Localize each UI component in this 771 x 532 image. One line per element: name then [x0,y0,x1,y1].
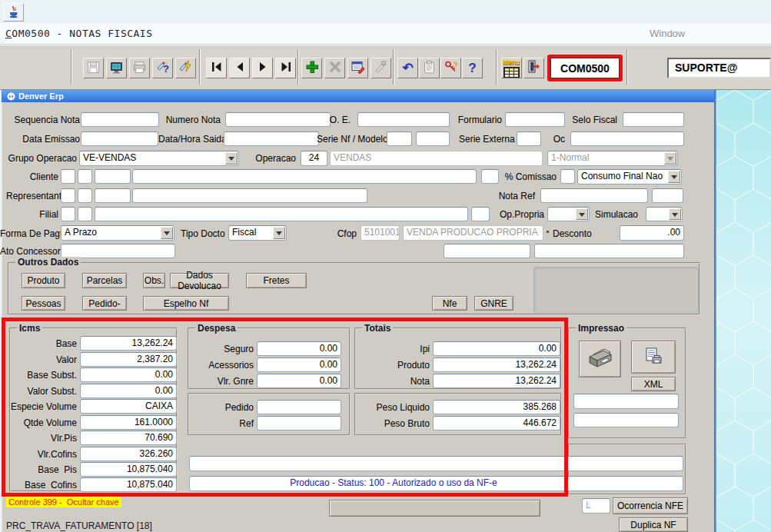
base-pis-field[interactable]: 10,875.040 [80,462,177,477]
obs-button[interactable]: Obs. [143,273,165,288]
consumo-final-select[interactable]: Consumo Final Nao [577,169,682,185]
cliente-cod3-field[interactable] [95,169,131,184]
mensagem-field[interactable] [189,456,683,471]
cliente-cod2-field[interactable] [78,169,92,184]
icms-base-subst-field[interactable]: 0.00 [80,367,177,382]
desconto-field[interactable]: .00 [620,225,684,241]
nota-ref-field[interactable] [540,188,648,203]
espelho-nf-button[interactable]: Espelho Nf [143,296,229,311]
representante-cod1-field[interactable] [61,188,75,203]
aux-field-1[interactable] [444,244,530,258]
gnre-button[interactable]: GNRE [474,296,513,311]
menu-button[interactable]: Menu [501,58,522,78]
bottom-wide-button[interactable] [329,500,540,517]
pedido-button[interactable]: Pedido- [82,296,127,311]
simulacao-select[interactable] [646,207,683,221]
operacao-codigo-field[interactable]: 24 [301,151,327,166]
formulario-field[interactable] [505,112,565,127]
java-app-button[interactable] [3,3,24,22]
oc-field[interactable] [570,131,684,146]
exit-button[interactable] [523,58,544,78]
total-nota-field[interactable]: 13,262.24 [433,374,560,388]
imprimir-danfe-button[interactable] [631,341,676,374]
last-record-button[interactable] [275,58,296,78]
especie-volume-field[interactable]: CAIXA [80,399,177,414]
nfe-button[interactable]: Nfe [432,296,467,311]
sequencia-nota-label: Sequencia Nota [11,115,80,125]
first-record-button[interactable] [206,58,227,78]
representante-cod2-field[interactable] [78,188,92,203]
modelo-field[interactable] [416,131,450,146]
query-form-button[interactable] [347,58,368,78]
grupo-operacao-select[interactable]: VE-VENDAS [79,151,239,166]
filial-label: Filial [22,209,58,220]
cliente-cod1-field[interactable] [61,169,75,184]
peso-bruto-field[interactable]: 446.672 [433,416,560,431]
impressao-field-2[interactable] [573,413,679,427]
icms-valor-subst-field[interactable]: 0.00 [80,384,177,398]
l-flag-field[interactable]: L [582,498,610,514]
keys-button[interactable] [440,58,461,78]
previous-record-button[interactable] [229,58,250,78]
fretes-button[interactable]: Fretes [246,273,307,288]
sequencia-nota-field[interactable] [81,112,159,127]
cliente-nome-field[interactable] [132,169,477,184]
imprimir-nota-button[interactable] [579,341,621,377]
window-menu[interactable]: Window [650,28,685,39]
pessoas-button[interactable]: Pessoas [22,296,65,311]
aux-field-2[interactable] [534,244,684,258]
acessorios-field[interactable]: 0.00 [257,357,341,372]
xml-button[interactable]: XML [631,377,676,391]
vlr-gnre-field[interactable]: 0.00 [257,374,341,388]
produto-button[interactable]: Produto [22,273,65,288]
selo-fiscal-field[interactable] [623,112,684,127]
ipi-field[interactable]: 0.00 [433,341,560,356]
ocorrencia-nfe-button[interactable]: Ocorrencia NFE [613,497,688,514]
filial-suffix-field[interactable] [471,207,490,221]
forma-pagto-select[interactable]: A Prazo [61,225,174,241]
filial-cod1-field[interactable] [61,207,75,221]
op-propria-select[interactable] [547,207,590,221]
nota-ref-serie-field[interactable] [652,188,683,203]
pedido-field[interactable] [257,400,341,414]
icms-base-field[interactable]: 13,262.24 [80,336,177,351]
module-code-badge: COM0500 [550,58,620,78]
base-cofins-field[interactable]: 10,875.040 [80,477,177,492]
vlr-pis-field[interactable]: 70.690 [80,431,177,445]
totais-title: Totais [362,323,393,334]
serie-nf-field[interactable] [387,131,412,146]
next-record-button[interactable] [252,58,273,78]
numero-nota-field[interactable] [225,112,331,127]
data-emissao-field[interactable] [81,131,158,146]
peso-liquido-field[interactable]: 385.268 [433,400,560,414]
peso-bruto-label: Peso Bruto [344,418,430,429]
serie-externa-field[interactable] [517,131,541,146]
module-menu[interactable]: COM0500 - NOTAS FISCAIS [5,28,153,39]
qtde-volume-field[interactable]: 161.0000 [80,415,177,430]
user-session-field[interactable]: SUPORTE@ [667,58,771,78]
ref-field[interactable] [257,416,341,431]
undo-button[interactable]: ↶ [397,58,418,78]
representante-cod3-field[interactable] [95,188,131,203]
filial-cod2-field[interactable] [78,207,92,221]
duplica-nf-button[interactable]: Duplica NF [619,517,688,532]
pct-comissao-field[interactable] [560,169,575,184]
vlr-cofins-field[interactable]: 326.260 [80,447,177,461]
help-button[interactable]: ? [462,58,483,78]
execute-query-button[interactable] [175,58,196,78]
cliente-suffix-field[interactable] [481,169,499,184]
parcelas-button[interactable]: Parcelas [82,273,127,288]
data-hora-saida-field[interactable] [224,131,319,146]
insert-record-button[interactable] [301,58,322,78]
representante-nome-field[interactable] [132,188,367,203]
oe-field[interactable] [357,112,450,127]
enter-query-button[interactable]: ? [152,58,173,78]
filial-nome-field[interactable] [95,207,468,221]
icms-valor-field[interactable]: 2,387.20 [80,352,177,367]
tipo-docto-select[interactable]: Fiscal [228,225,287,241]
seguro-field[interactable]: 0.00 [257,341,341,356]
total-produto-field[interactable]: 13,262.24 [433,357,560,372]
display-button[interactable] [106,58,127,78]
impressao-field-1[interactable] [573,394,679,409]
dados-devolucao-button[interactable]: Dados Devolucao [170,273,229,288]
